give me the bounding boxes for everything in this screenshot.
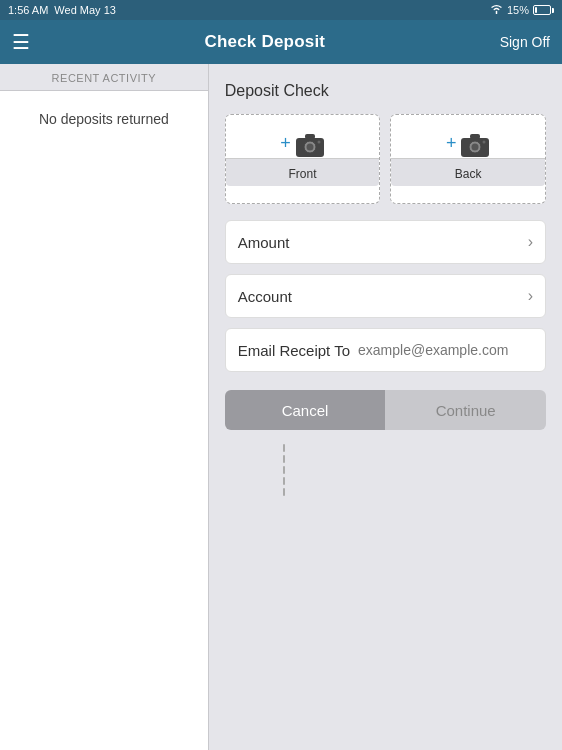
battery-percent: 15% [507, 4, 529, 16]
back-camera-icon-area: + [446, 132, 491, 158]
amount-row[interactable]: Amount › [225, 220, 546, 264]
svg-rect-3 [305, 134, 315, 139]
no-deposits-text: No deposits returned [39, 111, 169, 127]
time-display: 1:56 AM [8, 4, 48, 16]
svg-point-7 [472, 144, 479, 151]
back-label: Back [455, 167, 482, 181]
status-left: 1:56 AM Wed May 13 [8, 4, 116, 16]
menu-icon[interactable]: ☰ [12, 32, 30, 52]
svg-point-2 [306, 144, 313, 151]
status-bar: 1:56 AM Wed May 13 15% [0, 0, 562, 20]
scroll-indicator [281, 440, 287, 500]
back-camera-card[interactable]: + Back [390, 114, 546, 204]
email-receipt-input[interactable] [358, 342, 533, 358]
nav-title: Check Deposit [204, 32, 325, 52]
main-layout: RECENT ACTIVITY No deposits returned Dep… [0, 64, 562, 750]
email-receipt-label: Email Receipt To [238, 342, 350, 359]
account-row[interactable]: Account › [225, 274, 546, 318]
camera-svg-back [460, 132, 490, 158]
left-panel: RECENT ACTIVITY No deposits returned [0, 64, 209, 750]
recent-activity-header: RECENT ACTIVITY [0, 64, 208, 91]
svg-rect-8 [470, 134, 480, 139]
svg-point-9 [483, 141, 486, 144]
back-label-row: Back [391, 158, 545, 186]
front-label: Front [289, 167, 317, 181]
no-deposits-area: No deposits returned [0, 91, 208, 750]
nav-bar: ☰ Check Deposit Sign Off [0, 20, 562, 64]
camera-row: + Front + [225, 114, 546, 204]
front-plus-icon: + [280, 133, 291, 154]
right-panel: Deposit Check + Front [209, 64, 562, 750]
amount-label: Amount [238, 234, 290, 251]
amount-chevron-icon: › [528, 233, 533, 251]
front-camera-icon-area: + [280, 132, 325, 158]
back-plus-icon: + [446, 133, 457, 154]
date-display: Wed May 13 [54, 4, 116, 16]
account-label: Account [238, 288, 292, 305]
status-right: 15% [490, 4, 554, 16]
account-chevron-icon: › [528, 287, 533, 305]
battery-icon [533, 5, 554, 15]
buttons-row: Cancel Continue [225, 390, 546, 430]
svg-point-4 [317, 141, 320, 144]
front-label-row: Front [226, 158, 380, 186]
deposit-check-title: Deposit Check [225, 82, 546, 100]
signoff-button[interactable]: Sign Off [500, 34, 550, 50]
wifi-icon [490, 4, 503, 16]
cancel-button[interactable]: Cancel [225, 390, 386, 430]
email-receipt-row: Email Receipt To [225, 328, 546, 372]
front-camera-card[interactable]: + Front [225, 114, 381, 204]
camera-svg-front [295, 132, 325, 158]
continue-button[interactable]: Continue [385, 390, 546, 430]
